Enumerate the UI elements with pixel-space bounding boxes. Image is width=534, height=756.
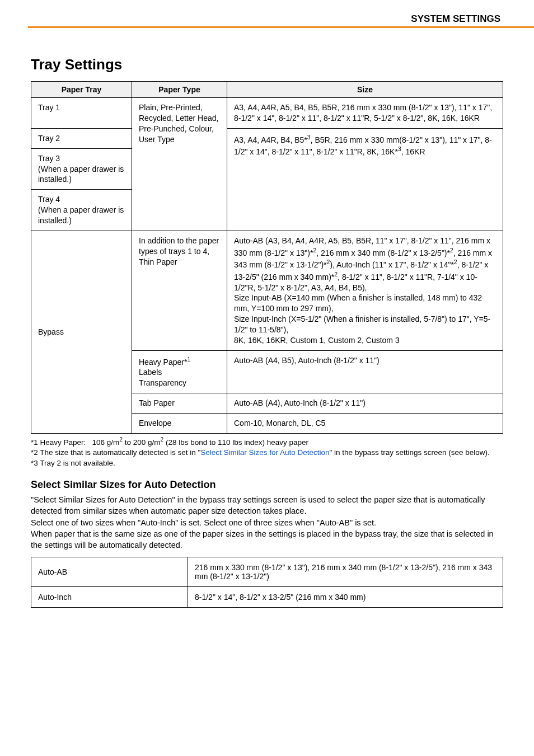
cell-bypass: Bypass <box>31 231 132 434</box>
cell-type-trays: Plain, Pre-Printed, Recycled, Letter Hea… <box>132 98 227 231</box>
col-header-size: Size <box>227 82 503 98</box>
tray-settings-table: Paper Tray Paper Type Size Tray 1 Plain,… <box>31 81 503 434</box>
cell-tray3: Tray 3 (When a paper drawer is installed… <box>31 148 132 190</box>
footnotes: *1 Heavy Paper: 106 g/m2 to 200 g/m2 (28… <box>31 436 503 469</box>
footnote-2: *2 The size that is automatically detect… <box>31 448 503 458</box>
cell-bypass-type2: Heavy Paper*1LabelsTransparency <box>132 350 227 393</box>
cell-size-tray1: A3, A4, A4R, A5, B4, B5, B5R, 216 mm x 3… <box>227 98 503 129</box>
cell-tray4: Tray 4 (When a paper drawer is installed… <box>31 190 132 231</box>
auto-detection-table: Auto-AB 216 mm x 330 mm (8-1/2" x 13"), … <box>31 557 503 608</box>
cell-tray2: Tray 2 <box>31 128 132 148</box>
cell-bypass-size4: Com-10, Monarch, DL, C5 <box>227 414 503 434</box>
footnote-3: *3 Tray 2 is not available. <box>31 458 503 469</box>
cell-size-tray234: A3, A4, A4R, B4, B5*3, B5R, 216 mm x 330… <box>227 128 503 231</box>
cell-bypass-type1: In addition to the paper types of trays … <box>132 231 227 351</box>
cell-bypass-type3: Tab Paper <box>132 393 227 414</box>
cell-auto-inch-label: Auto-Inch <box>31 586 188 607</box>
cell-auto-ab-value: 216 mm x 330 mm (8-1/2" x 13"), 216 mm x… <box>188 557 503 586</box>
cell-bypass-size2: Auto-AB (A4, B5), Auto-Inch (8-1/2" x 11… <box>227 350 503 393</box>
cell-bypass-size1: Auto-AB (A3, B4, A4, A4R, A5, B5, B5R, 1… <box>227 231 503 351</box>
cell-auto-ab-label: Auto-AB <box>31 557 188 586</box>
breadcrumb: SYSTEM SETTINGS <box>411 13 500 25</box>
link-select-similar-sizes[interactable]: Select Similar Sizes for Auto Detection <box>200 448 329 457</box>
cell-tray1: Tray 1 <box>31 98 132 129</box>
subsection-title: Select Similar Sizes for Auto Detection <box>31 479 503 491</box>
col-header-paper-tray: Paper Tray <box>31 82 132 98</box>
footnote-1: *1 Heavy Paper: 106 g/m2 to 200 g/m2 (28… <box>31 436 503 448</box>
page-title: Tray Settings <box>31 56 503 73</box>
cell-auto-inch-value: 8-1/2" x 14", 8-1/2" x 13-2/5" (216 mm x… <box>188 586 503 607</box>
cell-bypass-size3: Auto-AB (A4), Auto-Inch (8-1/2" x 11") <box>227 393 503 414</box>
col-header-paper-type: Paper Type <box>132 82 227 98</box>
subsection-body: "Select Similar Sizes for Auto Detection… <box>31 494 503 551</box>
cell-bypass-type4: Envelope <box>132 414 227 434</box>
